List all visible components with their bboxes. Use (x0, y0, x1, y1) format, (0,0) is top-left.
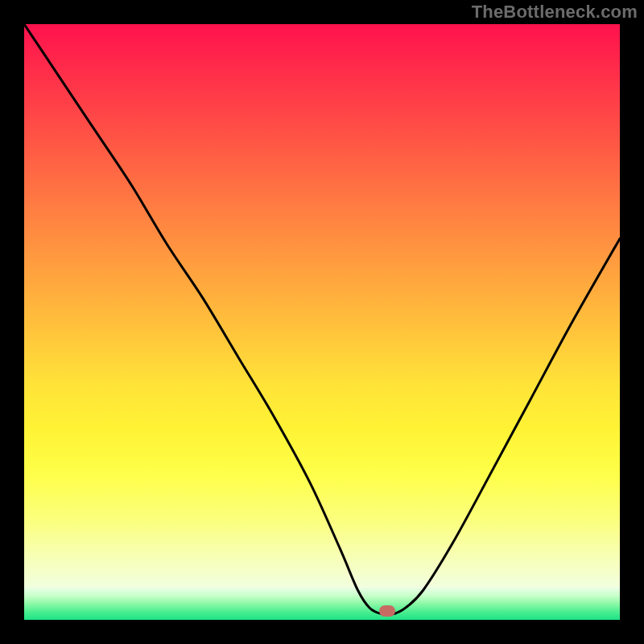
min-marker (379, 605, 395, 617)
bottleneck-curve (24, 24, 620, 620)
chart-frame: TheBottleneck.com (0, 0, 644, 644)
watermark-text: TheBottleneck.com (472, 2, 638, 23)
curve-path (24, 24, 620, 615)
